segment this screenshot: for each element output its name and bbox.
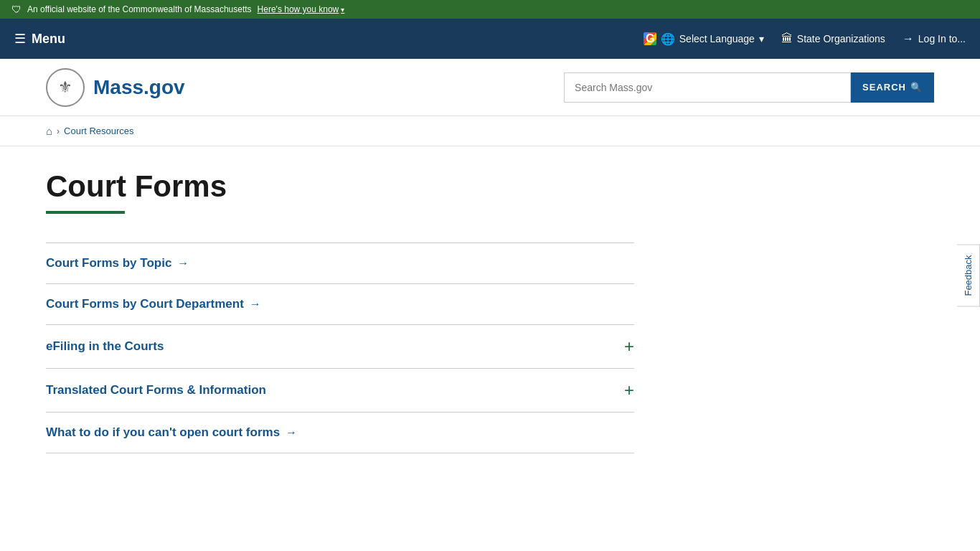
logo-link[interactable]: ⚜ Mass.gov	[46, 68, 185, 107]
arrow-icon: →	[286, 426, 297, 439]
state-orgs-label: State Organizations	[797, 33, 885, 44]
accordion-label-topic: Court Forms by Topic →	[46, 256, 189, 270]
accordion-row-cantopen[interactable]: What to do if you can't open court forms…	[46, 413, 634, 453]
nav-right-items: G 🌐 Select Language ▾ 🏛 State Organizati…	[644, 32, 966, 46]
accordion-item-topic: Court Forms by Topic →	[46, 242, 634, 283]
main-nav: ☰ Menu G 🌐 Select Language ▾ 🏛 State Org…	[0, 19, 980, 59]
accordion-label-translated: Translated Court Forms & Information	[46, 383, 266, 397]
feedback-label: Feedback	[963, 255, 974, 296]
language-chevron-icon: ▾	[759, 33, 764, 44]
search-input[interactable]	[564, 72, 851, 103]
accordion-label-cantopen: What to do if you can't open court forms…	[46, 425, 297, 440]
page-title: Court Forms	[46, 169, 643, 204]
menu-label: Menu	[32, 32, 65, 47]
search-area: SEARCH 🔍	[564, 72, 934, 103]
accordion-label-efiling: eFiling in the Courts	[46, 339, 164, 354]
hamburger-icon: ☰	[14, 31, 26, 47]
globe-icon: 🌐	[661, 32, 675, 46]
accordion-item-translated: Translated Court Forms & Information+	[46, 368, 634, 412]
google-translate-button[interactable]: G 🌐 Select Language ▾	[644, 32, 764, 46]
chevron-down-icon: ▾	[341, 6, 344, 14]
heres-how-text: Here's how you know	[258, 4, 339, 14]
menu-button[interactable]: ☰ Menu	[14, 31, 65, 47]
accordion-row-translated[interactable]: Translated Court Forms & Information+	[46, 369, 634, 412]
login-button[interactable]: → Log In to...	[903, 32, 966, 45]
breadcrumb-separator: ›	[57, 126, 60, 136]
breadcrumb: ⌂ › Court Resources	[0, 116, 980, 146]
main-content: Court Forms Court Forms by Topic →Court …	[0, 146, 689, 488]
google-icon: G	[644, 32, 656, 45]
site-header: ⚜ Mass.gov SEARCH 🔍	[0, 59, 980, 116]
official-text: An official website of the Commonwealth …	[27, 4, 252, 14]
accordion-item-efiling: eFiling in the Courts+	[46, 324, 634, 368]
feedback-tab[interactable]: Feedback	[957, 244, 980, 306]
accordion-row-department[interactable]: Court Forms by Court Department →	[46, 284, 634, 324]
logo-text: Mass.gov	[93, 76, 185, 99]
accordion-list: Court Forms by Topic →Court Forms by Cou…	[46, 242, 634, 453]
plus-icon: +	[624, 338, 634, 355]
search-button[interactable]: SEARCH 🔍	[851, 72, 934, 103]
state-orgs-button[interactable]: 🏛 State Organizations	[781, 32, 885, 45]
shield-icon: 🛡	[11, 4, 22, 15]
arrow-icon: →	[177, 257, 189, 270]
arrow-icon: →	[250, 298, 261, 311]
accordion-row-topic[interactable]: Court Forms by Topic →	[46, 243, 634, 283]
title-underline	[46, 211, 125, 214]
login-label: Log In to...	[918, 33, 966, 44]
building-icon: 🏛	[781, 32, 793, 45]
accordion-label-department: Court Forms by Court Department →	[46, 297, 261, 311]
search-button-label: SEARCH	[862, 82, 906, 93]
feedback-wrapper: Feedback	[957, 244, 980, 306]
select-language-label: Select Language	[679, 33, 755, 44]
accordion-item-department: Court Forms by Court Department →	[46, 283, 634, 324]
home-icon[interactable]: ⌂	[46, 125, 52, 137]
massachusetts-seal: ⚜	[46, 68, 85, 107]
heres-how-button[interactable]: Here's how you know ▾	[258, 4, 345, 14]
accordion-item-cantopen: What to do if you can't open court forms…	[46, 412, 634, 453]
login-icon: →	[903, 32, 914, 45]
breadcrumb-court-resources[interactable]: Court Resources	[64, 126, 134, 136]
official-banner: 🛡 An official website of the Commonwealt…	[0, 0, 980, 19]
search-icon: 🔍	[910, 82, 923, 93]
plus-icon: +	[624, 382, 634, 399]
accordion-row-efiling[interactable]: eFiling in the Courts+	[46, 325, 634, 368]
